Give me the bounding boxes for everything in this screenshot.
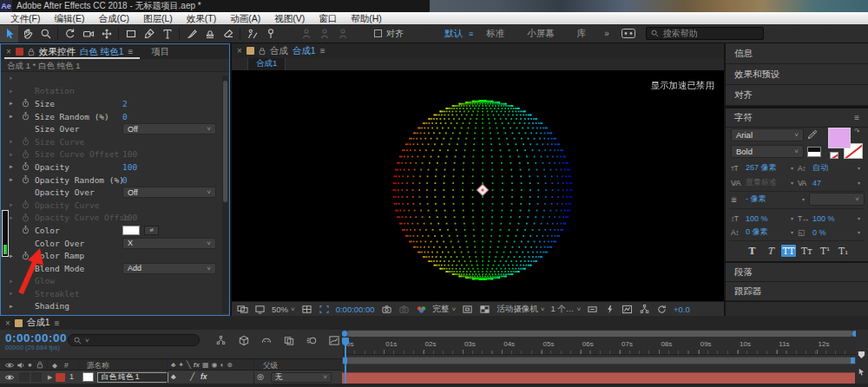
expander-icon[interactable]: ▶ bbox=[10, 176, 22, 183]
layer-expander-icon[interactable]: ▶ bbox=[48, 374, 52, 381]
graph-editor-icon[interactable] bbox=[326, 333, 341, 347]
motion-blur-icon[interactable] bbox=[304, 333, 319, 347]
shy-column-icon[interactable]: ♣ bbox=[171, 361, 175, 369]
leading-value[interactable]: 自动 bbox=[812, 162, 858, 174]
close-icon[interactable]: × bbox=[237, 46, 242, 56]
solo-cell[interactable] bbox=[31, 372, 42, 382]
always-preview-icon[interactable] bbox=[237, 305, 248, 314]
navigator-thumb[interactable] bbox=[347, 331, 852, 337]
stopwatch-icon[interactable] bbox=[22, 150, 35, 159]
tab-project[interactable]: 项目 bbox=[151, 46, 169, 58]
layer-quality-switch[interactable]: ♣ bbox=[171, 372, 176, 381]
menu-item[interactable]: 图层(L) bbox=[136, 12, 180, 24]
snapping-checkbox[interactable] bbox=[374, 30, 382, 37]
viewer-tab[interactable]: 合成1 bbox=[247, 56, 286, 70]
tracking-value[interactable]: 47 bbox=[812, 179, 858, 187]
view-layout-select[interactable]: 1 个…˅ bbox=[550, 304, 581, 315]
panel-menu-icon[interactable]: ≡ bbox=[55, 318, 60, 328]
tsume-value[interactable]: 0 % bbox=[812, 228, 858, 237]
panel-menu-icon[interactable]: ≡ bbox=[320, 46, 326, 56]
vertical-scale-value[interactable]: 100 % bbox=[746, 214, 791, 223]
roto-brush-tool[interactable] bbox=[243, 25, 261, 43]
tab-composition-name[interactable]: 合成1 bbox=[293, 45, 316, 57]
horizontal-scale-value[interactable]: 100 % bbox=[812, 214, 858, 223]
layer-row[interactable]: ▶ 1 白色 纯色 1 ♣ ╱ fx ◎ 无˅ bbox=[0, 371, 342, 384]
stopwatch-icon[interactable] bbox=[22, 162, 35, 171]
composition-viewer[interactable]: 显示加速已禁用 bbox=[232, 70, 724, 301]
faux-bold-button[interactable]: T bbox=[745, 245, 760, 257]
rectangle-tool[interactable] bbox=[122, 25, 140, 43]
puppet-pin-tool[interactable] bbox=[261, 25, 279, 43]
quality-column-icon[interactable]: ╲ bbox=[187, 361, 191, 369]
help-search-input[interactable]: 搜索帮助 bbox=[646, 27, 764, 40]
text-tool[interactable] bbox=[158, 25, 176, 43]
frame-blend-column-icon[interactable]: ▦ bbox=[202, 361, 209, 369]
timeline-tab[interactable]: 合成1 bbox=[27, 317, 50, 329]
work-area-end-handle[interactable] bbox=[851, 357, 855, 364]
workspace-menu-icon[interactable]: ≡ bbox=[469, 30, 473, 38]
expander-icon[interactable]: ▶ bbox=[10, 100, 22, 107]
rotation-tool[interactable] bbox=[61, 25, 79, 43]
workspace-tab[interactable]: 库 bbox=[566, 28, 598, 40]
layer-label-chip[interactable] bbox=[56, 373, 65, 382]
fast-previews-icon[interactable] bbox=[604, 305, 615, 314]
expander-icon[interactable]: ▶ bbox=[10, 163, 22, 170]
expander-icon[interactable]: ▶ bbox=[10, 138, 22, 145]
no-fill-chip[interactable] bbox=[830, 152, 838, 159]
zoom-tool[interactable] bbox=[36, 25, 55, 43]
layer-name[interactable]: 白色 纯色 1 bbox=[97, 372, 168, 383]
label-color-chip[interactable] bbox=[247, 47, 254, 55]
collapse-column-icon[interactable]: ✦ bbox=[178, 361, 184, 369]
brush-tool[interactable] bbox=[182, 25, 201, 43]
navigator-start-handle[interactable] bbox=[342, 331, 347, 337]
font-family-select[interactable]: Arial˅ bbox=[731, 128, 804, 141]
expander-icon[interactable]: ▶ bbox=[10, 88, 22, 95]
panel-header-信息[interactable]: 信息 bbox=[726, 43, 868, 64]
pen-tool[interactable] bbox=[140, 25, 158, 43]
panel-header-跟踪器[interactable]: 跟踪器 bbox=[726, 282, 868, 301]
tab-effect-controls-target[interactable]: 白色 纯色1 bbox=[80, 46, 124, 58]
layer-solid-swatch[interactable] bbox=[82, 372, 94, 382]
subscript-button[interactable]: T₁ bbox=[836, 245, 851, 257]
property-value[interactable]: 100 bbox=[122, 162, 137, 172]
clone-stamp-tool[interactable] bbox=[201, 25, 219, 43]
region-of-interest-icon[interactable] bbox=[319, 305, 330, 314]
show-snapshot-icon[interactable] bbox=[398, 305, 410, 314]
flowchart-button-icon[interactable] bbox=[639, 305, 650, 314]
exposure-value[interactable]: +0.0 bbox=[674, 305, 690, 314]
draft-3d-icon[interactable] bbox=[236, 333, 251, 347]
all-caps-button[interactable]: TT bbox=[781, 245, 796, 257]
menu-item[interactable]: 动画(A) bbox=[223, 12, 267, 24]
eyedropper-icon[interactable] bbox=[807, 129, 818, 140]
panel-header-对齐[interactable]: 对齐 bbox=[726, 85, 868, 106]
workspace-bar-icon[interactable] bbox=[621, 29, 635, 38]
stopwatch-icon[interactable] bbox=[22, 213, 35, 222]
view-select[interactable]: 活动摄像机˅ bbox=[496, 304, 544, 315]
stopwatch-icon[interactable] bbox=[22, 99, 35, 108]
eraser-tool[interactable] bbox=[219, 25, 237, 43]
playhead-handle[interactable] bbox=[342, 338, 349, 345]
grid-guides-icon[interactable] bbox=[301, 305, 312, 314]
stopwatch-icon[interactable] bbox=[22, 112, 35, 121]
comp-button-icon[interactable] bbox=[858, 368, 865, 376]
motion-blur-column-icon[interactable]: ◉ bbox=[211, 361, 217, 369]
tab-effect-controls[interactable]: 效果控件 bbox=[39, 46, 76, 58]
pan-behind-tool[interactable] bbox=[97, 25, 115, 43]
reset-exposure-icon[interactable] bbox=[656, 305, 667, 314]
layer-duration-bar[interactable] bbox=[342, 372, 855, 384]
property-value[interactable]: 100 bbox=[122, 149, 137, 159]
fx-column-icon[interactable]: fx bbox=[194, 361, 200, 369]
resolution-select[interactable]: 完整˅ bbox=[433, 304, 457, 315]
small-caps-button[interactable]: Tт bbox=[799, 245, 814, 257]
workspace-overflow[interactable]: » bbox=[597, 29, 616, 38]
workspace-tab[interactable]: 标准 bbox=[475, 28, 516, 40]
menu-item[interactable]: 编辑(E) bbox=[47, 12, 91, 24]
timeline-search-input[interactable]: ˅ bbox=[68, 334, 200, 346]
target-region-icon[interactable] bbox=[462, 305, 473, 314]
property-dropdown[interactable]: X˅ bbox=[122, 238, 216, 249]
font-style-select[interactable]: Bold˅ bbox=[731, 145, 804, 158]
scrollbar-thumb[interactable] bbox=[223, 81, 227, 202]
selection-tool[interactable] bbox=[0, 25, 18, 43]
snapping-toggle[interactable]: 对齐 bbox=[374, 28, 404, 40]
composition-mini-flowchart-icon[interactable] bbox=[214, 333, 228, 347]
